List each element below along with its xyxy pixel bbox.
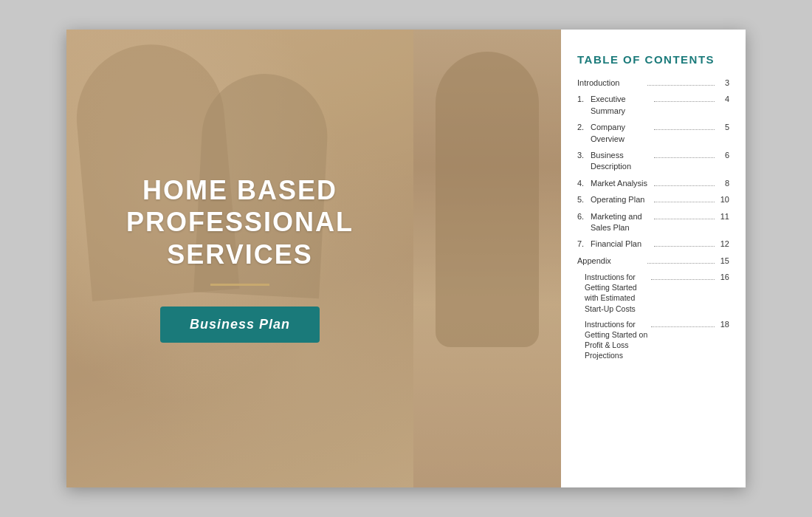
toc-dots-6 <box>654 219 715 219</box>
toc-list: Introduction 3 1. Executive Summary 4 2.… <box>577 78 729 360</box>
toc-page-4: 8 <box>718 178 729 189</box>
toc-dots-appendix <box>647 263 715 264</box>
toc-row-introduction: Introduction 3 <box>577 78 729 89</box>
cover-divider <box>210 284 269 286</box>
toc-title: TABLE OF CONTENTS <box>577 53 729 66</box>
cover-badge: Business Plan <box>160 307 320 343</box>
toc-row-sub2: Instructions for Getting Started on Prof… <box>577 319 729 361</box>
toc-page-appendix: 15 <box>718 256 729 267</box>
toc-page-6: 11 <box>718 211 729 222</box>
toc-dots-3 <box>654 157 715 158</box>
toc-page-5: 10 <box>718 194 729 205</box>
toc-row-sub1: Instructions for Getting Started with Es… <box>577 272 729 314</box>
toc-num-7: 7. <box>577 239 591 250</box>
toc-photo <box>413 30 561 487</box>
toc-dots-intro <box>647 85 715 86</box>
toc-num-1: 1. <box>577 94 591 105</box>
toc-num-6: 6. <box>577 211 591 222</box>
cover-title-line3: SERVICES <box>126 239 354 270</box>
toc-row-7: 7. Financial Plan 12 <box>577 239 729 250</box>
toc-dots-2 <box>654 129 715 130</box>
toc-text-2: Company Overview <box>591 122 651 145</box>
toc-row-appendix: Appendix 15 <box>577 256 729 267</box>
toc-text-4: Market Analysis <box>591 178 651 189</box>
toc-row-5: 5. Operating Plan 10 <box>577 194 729 205</box>
toc-panel: TABLE OF CONTENTS Introduction 3 1. Exec… <box>561 30 746 487</box>
cover-page: HOME BASED PROFESSIONAL SERVICES Busines… <box>66 30 413 487</box>
toc-page-intro: 3 <box>718 78 729 89</box>
toc-row-4: 4. Market Analysis 8 <box>577 178 729 189</box>
toc-page: TABLE OF CONTENTS Introduction 3 1. Exec… <box>413 30 746 487</box>
toc-row-1: 1. Executive Summary 4 <box>577 94 729 117</box>
toc-dots-sub1 <box>651 279 715 280</box>
toc-dots-1 <box>654 101 715 102</box>
toc-row-6: 6. Marketing and Sales Plan 11 <box>577 211 729 234</box>
cover-title: HOME BASED PROFESSIONAL SERVICES <box>126 174 354 270</box>
toc-text-appendix: Appendix <box>577 256 644 267</box>
toc-num-4: 4. <box>577 178 591 189</box>
toc-dots-sub2 <box>651 326 715 327</box>
cover-content: HOME BASED PROFESSIONAL SERVICES Busines… <box>66 30 413 487</box>
toc-text-3: Business Description <box>591 150 651 173</box>
toc-page-1: 4 <box>718 94 729 105</box>
toc-text-5: Operating Plan <box>591 194 651 205</box>
toc-num-2: 2. <box>577 122 591 133</box>
toc-row-2: 2. Company Overview 5 <box>577 122 729 145</box>
cover-title-line1: HOME BASED <box>126 174 354 206</box>
toc-page-sub2: 18 <box>718 319 729 330</box>
toc-num-5: 5. <box>577 194 591 205</box>
toc-text-sub2: Instructions for Getting Started on Prof… <box>585 319 648 361</box>
toc-text-1: Executive Summary <box>591 94 651 117</box>
toc-text-intro: Introduction <box>577 78 644 89</box>
toc-page-sub1: 16 <box>718 272 729 283</box>
cover-title-line2: PROFESSIONAL <box>126 206 354 238</box>
toc-dots-7 <box>654 246 715 247</box>
toc-page-3: 6 <box>718 150 729 161</box>
toc-text-7: Financial Plan <box>591 239 651 250</box>
toc-text-sub1: Instructions for Getting Started with Es… <box>585 272 648 314</box>
toc-row-3: 3. Business Description 6 <box>577 150 729 173</box>
pages-container: HOME BASED PROFESSIONAL SERVICES Busines… <box>66 30 746 487</box>
toc-page-2: 5 <box>718 122 729 133</box>
toc-dots-4 <box>654 185 715 186</box>
toc-num-3: 3. <box>577 150 591 161</box>
toc-text-6: Marketing and Sales Plan <box>591 211 651 234</box>
toc-page-7: 12 <box>718 239 729 250</box>
toc-photo-overlay <box>413 30 561 487</box>
toc-dots-5 <box>654 202 715 202</box>
